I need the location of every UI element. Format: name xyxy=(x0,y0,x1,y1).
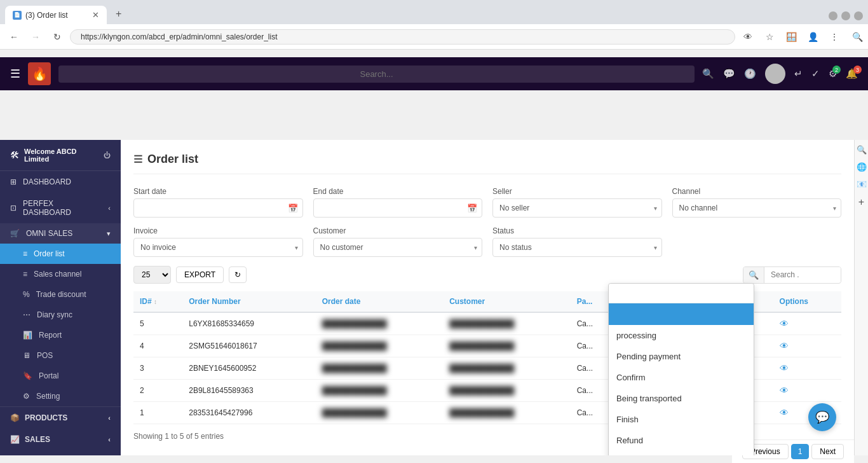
cell-order-number: 2SMG51646018617 xyxy=(182,335,315,357)
sidebar-item-diary-sync[interactable]: ⋯ Diary sync xyxy=(0,305,121,325)
sidebar-item-trade-discount[interactable]: % Trade discount xyxy=(0,284,121,305)
customer-label: Customer xyxy=(313,226,483,235)
top-bar: ☰ 🔥 🔍 💬 🕐 ↵ ✓ ⚙2 🔔3 xyxy=(0,57,868,90)
view-button[interactable]: 👁 xyxy=(780,408,789,418)
minimize-button[interactable] xyxy=(829,11,837,20)
status-item-refund[interactable]: Refund xyxy=(609,430,754,451)
view-button[interactable]: 👁 xyxy=(780,341,789,351)
sidebar-item-report[interactable]: 📊 Report xyxy=(0,325,121,345)
status-item-lie[interactable]: Lie xyxy=(609,451,754,455)
reader-mode-icon[interactable]: 👁 xyxy=(739,28,757,46)
sidebar-item-setting[interactable]: ⚙ Setting xyxy=(0,386,121,406)
close-window-button[interactable] xyxy=(854,11,863,20)
status-item-transport[interactable]: Being transported xyxy=(609,388,754,409)
invoice-label: Invoice xyxy=(133,226,303,235)
page-1-button[interactable]: 1 xyxy=(791,444,810,455)
table-search-icon-btn[interactable]: 🔍 xyxy=(743,267,764,283)
sidebar-item-dashboard[interactable]: ⊞ DASHBOARD xyxy=(0,171,121,193)
customer-select[interactable]: No customer xyxy=(313,238,483,257)
browser-sidebar-search[interactable]: 🔍 xyxy=(852,32,863,42)
refresh-button-toolbar[interactable]: ↻ xyxy=(229,266,247,283)
col-id: ID# ↕ xyxy=(133,291,182,312)
top-search-input[interactable] xyxy=(58,66,695,83)
refresh-button[interactable]: ↻ xyxy=(48,28,66,46)
cell-id: 1 xyxy=(133,402,182,424)
page-size-select[interactable]: 25 50 100 xyxy=(133,266,171,284)
channel-select[interactable]: No channel xyxy=(672,198,842,218)
status-item-pending[interactable]: Pending payment xyxy=(609,346,754,367)
seller-filter: Seller No seller ▾ xyxy=(492,187,662,218)
start-date-filter: Start date 📅 xyxy=(133,187,303,218)
table-search-input[interactable] xyxy=(764,267,841,282)
history-icon[interactable]: 🕐 xyxy=(744,68,756,79)
sidebar-item-sales-channel[interactable]: ≡ Sales channel xyxy=(0,264,121,284)
status-select[interactable]: No status xyxy=(492,238,662,257)
share-icon[interactable]: ↵ xyxy=(794,68,803,79)
status-item-finish[interactable]: Finish xyxy=(609,409,754,430)
menu-icon[interactable]: ⋮ xyxy=(825,28,843,46)
perfex-label: PERFEX DASHBOARD xyxy=(23,199,102,217)
tab-close-icon[interactable]: ✕ xyxy=(92,10,99,20)
status-filter: Status No status ▾ xyxy=(492,226,662,257)
status-item-processing[interactable]: processing xyxy=(609,325,754,346)
maximize-button[interactable] xyxy=(841,11,850,20)
sort-icon-id[interactable]: ↕ xyxy=(154,298,157,305)
browser-tab[interactable]: 📄 (3) Order list ✕ xyxy=(5,6,107,24)
next-button[interactable]: Next xyxy=(811,444,844,455)
view-button[interactable]: 👁 xyxy=(780,363,789,373)
notification-icon-1[interactable]: ⚙2 xyxy=(829,68,837,79)
sidebar-item-pos[interactable]: 🖥 POS xyxy=(0,345,121,366)
status-item-confirm[interactable]: Confirm xyxy=(609,367,754,388)
right-browser-icon[interactable]: 🌐 xyxy=(857,162,867,172)
right-outlook-icon[interactable]: 📧 xyxy=(857,179,867,189)
seller-select[interactable]: No seller xyxy=(492,198,662,218)
bell-icon[interactable]: 🔔3 xyxy=(846,68,858,79)
chat-button[interactable]: 💬 xyxy=(808,403,836,431)
export-button[interactable]: EXPORT xyxy=(176,266,224,283)
calendar-icon-end[interactable]: 📅 xyxy=(467,204,477,213)
back-button[interactable]: ← xyxy=(5,28,23,46)
right-plus-icon[interactable]: + xyxy=(858,197,864,208)
extensions-icon[interactable]: 🪟 xyxy=(782,28,800,46)
user-icon: 🛠 xyxy=(10,150,19,160)
tab-title: (3) Order list xyxy=(25,11,88,20)
status-search-field[interactable] xyxy=(609,284,754,303)
profile-icon[interactable]: 👤 xyxy=(804,28,822,46)
sales-label: SALES xyxy=(25,435,50,444)
view-button[interactable]: 👁 xyxy=(780,319,789,329)
calendar-icon-start[interactable]: 📅 xyxy=(288,204,298,213)
sidebar-item-portal[interactable]: 🔖 Portal xyxy=(0,366,121,386)
products-arrow: ‹ xyxy=(108,414,111,422)
sidebar-item-order-list[interactable]: ≡ Order list xyxy=(0,244,121,264)
new-tab-button[interactable]: + xyxy=(109,4,128,24)
end-date-input[interactable] xyxy=(313,198,483,218)
url-bar[interactable]: https://klyngon.com/abcd_erp/admin/omni_… xyxy=(70,29,735,45)
invoice-select[interactable]: No invoice xyxy=(133,238,303,257)
cell-order-date: ████████████ xyxy=(316,312,444,335)
power-icon[interactable]: ⏻ xyxy=(104,151,111,159)
user-avatar[interactable] xyxy=(765,64,785,84)
tasks-icon[interactable]: ✓ xyxy=(811,68,820,79)
seller-label: Seller xyxy=(492,187,662,196)
forward-button[interactable]: → xyxy=(27,28,44,46)
cell-order-date: ████████████ xyxy=(316,402,444,424)
chat-icon[interactable]: 💬 xyxy=(723,68,735,79)
channel-label: Channel xyxy=(672,187,842,196)
invoice-filter: Invoice No invoice ▾ xyxy=(133,226,303,257)
bookmark-icon[interactable]: ☆ xyxy=(761,28,778,46)
view-button[interactable]: 👁 xyxy=(780,385,789,396)
sidebar-section-sales[interactable]: 📈 SALES ‹ xyxy=(0,429,121,450)
search-icon-top[interactable]: 🔍 xyxy=(702,68,714,79)
hamburger-icon[interactable]: ☰ xyxy=(10,67,20,81)
status-item-blank[interactable] xyxy=(609,303,754,325)
sidebar-item-omni-sales[interactable]: 🛒 OMNI SALES ▾ xyxy=(0,223,121,244)
sidebar-item-perfex[interactable]: ⊡ PERFEX DASHBOARD ‹ xyxy=(0,193,121,223)
start-date-input[interactable] xyxy=(133,198,303,218)
right-search-icon[interactable]: 🔍 xyxy=(857,145,867,155)
right-sidebar: 🔍 🌐 📧 + ⚙ xyxy=(854,140,868,455)
sidebar-section-products[interactable]: 📦 PRODUCTS ‹ xyxy=(0,406,121,429)
sidebar-section-purchase[interactable]: 🛍 PURCHASE xyxy=(0,450,121,455)
cell-id: 3 xyxy=(133,357,182,380)
cell-id: 5 xyxy=(133,312,182,335)
order-list-icon: ≡ xyxy=(23,249,27,258)
